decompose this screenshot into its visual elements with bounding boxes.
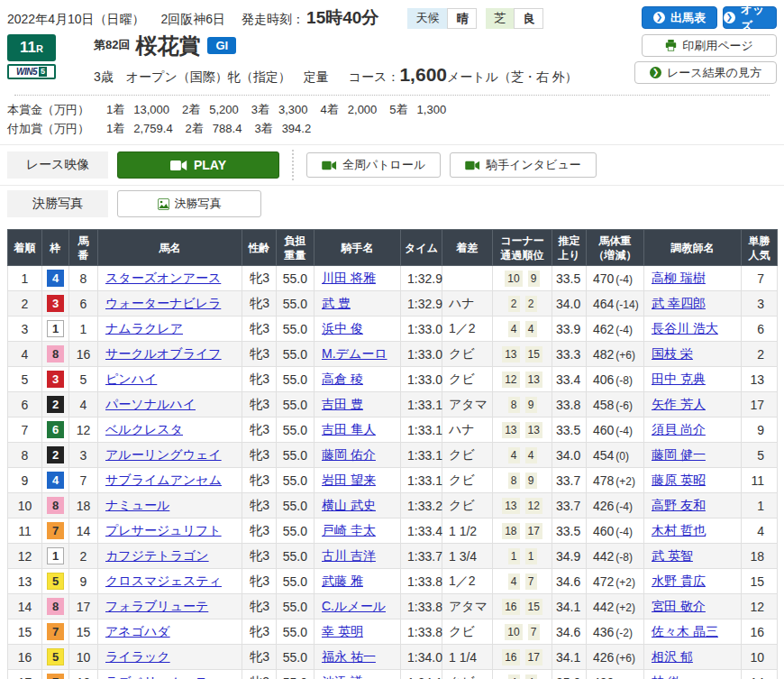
jockey-name-link[interactable]: 武藤 雅	[322, 573, 363, 588]
trainer-name-link[interactable]: 佐々木 晶三	[652, 624, 718, 638]
table-row: 236ウォーターナビレラ牝355.0武 豊1:32.9ハナ2234.0464(-…	[8, 291, 778, 317]
camera-icon	[465, 161, 480, 170]
frame-cell: 3	[42, 291, 69, 317]
jockey-name-link[interactable]: 古川 吉洋	[322, 548, 376, 563]
print-page-label: 印刷用ページ	[682, 38, 753, 54]
horse-name-link[interactable]: サブライムアンセム	[105, 473, 222, 487]
table-row: 311ナムラクレア牝355.0浜中 俊1:33.01／24433.9462(-4…	[8, 317, 778, 342]
finish-photo-button[interactable]: 決勝写真	[117, 190, 261, 217]
prize-pair: 2着788.4	[186, 122, 242, 135]
jockey-cell: 浜中 俊	[315, 317, 401, 342]
body-weight-value: 460	[593, 524, 614, 538]
jockey-name-link[interactable]: 川田 将雅	[322, 271, 376, 285]
jockey-interview-button[interactable]: 騎手インタビュー	[450, 152, 597, 178]
play-video-button[interactable]: PLAY	[117, 151, 279, 179]
trainer-name-link[interactable]: 須貝 尚介	[652, 422, 706, 436]
jockey-name-link[interactable]: 吉田 豊	[322, 397, 363, 411]
trainer-name-link[interactable]: 矢作 芳人	[652, 397, 706, 411]
entries-button[interactable]: ❯出馬表	[642, 6, 717, 29]
course-detail: メートル（芝・右 外）	[447, 69, 578, 86]
horse-name-link[interactable]: ウォーターナビレラ	[105, 296, 221, 310]
trainer-name-link[interactable]: 林 徹	[652, 674, 680, 679]
horse-name-link[interactable]: アルーリングウェイ	[105, 447, 222, 462]
corner-position: 16	[502, 599, 519, 615]
result-guide-label: レース結果の見方	[667, 65, 761, 81]
trainer-name-link[interactable]: 藤原 英昭	[652, 473, 706, 487]
jockey-name-link[interactable]: 横山 武史	[322, 498, 376, 512]
horse-name-link[interactable]: プレサージュリフト	[105, 523, 222, 537]
prize-amount: 13,000	[133, 103, 169, 116]
body-weight: 460(-4)	[587, 417, 644, 443]
frame-badge: 4	[47, 270, 64, 287]
corner-position: 8	[508, 473, 520, 489]
arrow-circle-icon: ❯	[653, 12, 665, 23]
trainer-name-link[interactable]: 国枝 栄	[652, 346, 693, 361]
jockey-name-link[interactable]: 岩田 望来	[322, 473, 376, 487]
corner-position: 4	[508, 573, 520, 590]
jockey-name-link[interactable]: 福永 祐一	[322, 649, 376, 664]
trainer-name-link[interactable]: 武 英智	[652, 548, 693, 563]
result-guide-button[interactable]: ❯レース結果の見方	[634, 61, 777, 84]
horse-name-link[interactable]: サークルオブライフ	[105, 346, 222, 361]
jockey-name-link[interactable]: 高倉 稜	[322, 372, 363, 386]
finish-time: 1:33.4	[401, 518, 442, 544]
print-page-button[interactable]: 印刷用ページ	[642, 34, 777, 57]
jockey-name-link[interactable]: 幸 英明	[322, 624, 363, 638]
trainer-name-link[interactable]: 武 幸四郎	[652, 296, 706, 310]
trainer-name-link[interactable]: 田中 克典	[652, 372, 706, 386]
trainer-name-link[interactable]: 水野 貴広	[652, 573, 706, 588]
prize-place: 2着	[186, 122, 204, 135]
horse-name-link[interactable]: スターズオンアース	[105, 271, 221, 285]
jockey-name-link[interactable]: 池添 謙一	[322, 674, 376, 679]
horse-name-link[interactable]: ナミュール	[105, 498, 169, 512]
horse-name-cell: アルーリングウェイ	[98, 443, 242, 468]
jockey-name-link[interactable]: 武 豊	[322, 296, 351, 310]
jockey-name-link[interactable]: M.デムーロ	[322, 346, 387, 361]
prize-amount: 2,000	[348, 103, 378, 116]
jockey-name-link[interactable]: 戸崎 圭太	[322, 523, 376, 537]
finish-position: 14	[8, 594, 42, 619]
jockey-name-link[interactable]: 吉田 隼人	[322, 422, 376, 436]
finish-time: 1:33.1	[401, 468, 442, 493]
trainer-name-link[interactable]: 長谷川 浩大	[652, 321, 718, 335]
corner-position: 4	[508, 321, 520, 337]
jockey-name-link[interactable]: 藤岡 佑介	[322, 447, 376, 462]
horse-name-link[interactable]: クロスマジェスティ	[105, 573, 222, 588]
table-row: 16510ライラック牝355.0福永 祐一1:34.01 1/4161734.1…	[8, 645, 778, 670]
corner-position: 13	[525, 422, 542, 438]
sex-age: 牝3	[242, 493, 277, 518]
corner-order: 1313	[493, 417, 552, 443]
trainer-name-link[interactable]: 藤岡 健一	[652, 447, 706, 462]
header-row: 着順枠馬番馬名性齢負担重量騎手名タイム着差コーナー通過順位推定上り馬体重（増減）…	[8, 230, 778, 266]
horse-name-link[interactable]: パーソナルハイ	[105, 397, 196, 411]
race-number-badge: 11R	[7, 34, 56, 61]
horse-name-link[interactable]: ピンハイ	[105, 372, 157, 386]
odds-button[interactable]: ❯オッズ	[723, 6, 777, 29]
trainer-name-link[interactable]: 宮田 敬介	[652, 599, 706, 613]
weather-label-chip: 天候	[407, 8, 447, 29]
trainer-name-link[interactable]: 高野 友和	[652, 498, 706, 512]
trainer-name-link[interactable]: 高柳 瑞樹	[652, 271, 706, 285]
load-weight: 55.0	[277, 443, 315, 468]
corner-order: 11	[493, 544, 552, 569]
horse-name-link[interactable]: ナムラクレア	[105, 321, 183, 335]
trainer-name-link[interactable]: 相沢 郁	[652, 649, 693, 664]
patrol-video-button[interactable]: 全周パトロール	[306, 152, 441, 178]
horse-name-link[interactable]: ラズベリームース	[105, 674, 208, 679]
horse-name-link[interactable]: フォラブリューテ	[105, 599, 208, 613]
table-row: 535ピンハイ牝355.0高倉 稜1:33.0クビ121333.4406(-8)…	[8, 367, 778, 392]
horse-name-link[interactable]: アネゴハダ	[105, 624, 170, 638]
horse-name-link[interactable]: カフジテトラゴン	[105, 548, 209, 563]
horse-number: 5	[69, 367, 98, 392]
horse-name-link[interactable]: ベルクレスタ	[105, 422, 183, 436]
horse-number: 16	[69, 342, 98, 367]
trainer-name-link[interactable]: 木村 哲也	[652, 523, 706, 537]
jockey-name-link[interactable]: C.ルメール	[322, 599, 386, 613]
table-row: 15715アネゴハダ牝355.0幸 英明1:33.8クビ10734.6436(-…	[8, 619, 778, 645]
results-table-body: 148スターズオンアース牝355.0川田 将雅1:32.910933.5470(…	[8, 266, 778, 679]
horse-name-cell: ラズベリームース	[98, 670, 242, 679]
horse-name-link[interactable]: ライラック	[105, 649, 170, 664]
horse-name-cell: ライラック	[98, 645, 242, 670]
body-weight-value: 464	[593, 297, 614, 311]
jockey-name-link[interactable]: 浜中 俊	[322, 321, 363, 335]
